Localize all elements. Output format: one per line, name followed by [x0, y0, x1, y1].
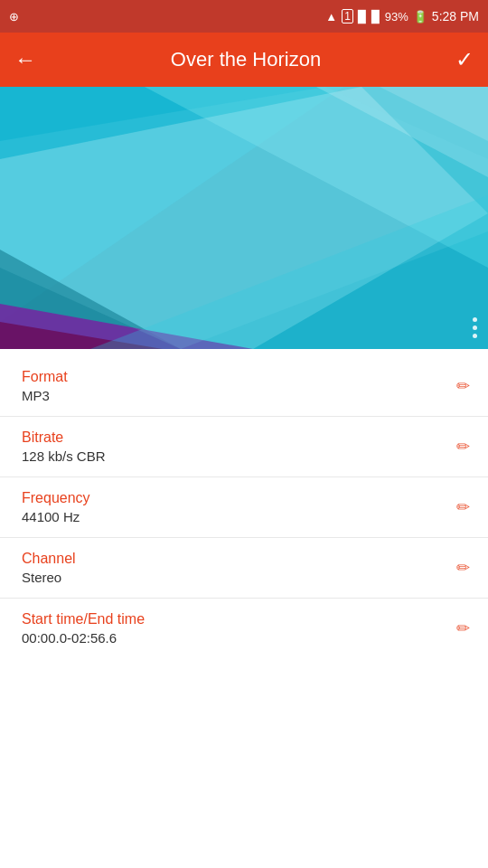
- edit-button-0[interactable]: ✏: [456, 376, 470, 396]
- status-bar-left: ⊕: [9, 10, 19, 24]
- app-bar-title: Over the Horizon: [171, 48, 321, 71]
- info-content-1: Bitrate 128 kb/s CBR: [22, 429, 106, 464]
- info-value-4: 00:00.0-02:56.6: [22, 630, 145, 646]
- info-content-2: Frequency 44100 Hz: [22, 490, 90, 524]
- status-bar-right: ▲ 1 ▉ ▉ 93% 🔋 5:28 PM: [325, 9, 479, 24]
- info-value-1: 128 kb/s CBR: [22, 448, 106, 464]
- more-options-button[interactable]: [473, 317, 477, 338]
- info-item-2: Frequency 44100 Hz ✏: [0, 477, 488, 538]
- info-item-0: Format MP3 ✏: [0, 356, 488, 417]
- info-label-1: Bitrate: [22, 429, 106, 446]
- info-label-2: Frequency: [22, 490, 90, 506]
- edit-button-3[interactable]: ✏: [456, 558, 470, 578]
- album-art-svg: [0, 87, 488, 349]
- info-item-4: Start time/End time 00:00.0-02:56.6 ✏: [0, 599, 488, 658]
- dot3: [473, 334, 477, 338]
- dot2: [473, 326, 477, 330]
- signal-bars-icon: ▉: [358, 10, 367, 24]
- info-content-3: Channel Stereo: [22, 551, 76, 585]
- info-item-3: Channel Stereo ✏: [0, 538, 488, 599]
- info-label-4: Start time/End time: [22, 611, 145, 627]
- app-bar: ← Over the Horizon ✓: [0, 33, 488, 87]
- info-item-1: Bitrate 128 kb/s CBR ✏: [0, 417, 488, 477]
- wechat-icon: ⊕: [9, 10, 19, 24]
- sim1-icon: 1: [342, 9, 353, 24]
- info-list: Format MP3 ✏ Bitrate 128 kb/s CBR ✏ Freq…: [0, 349, 488, 665]
- battery-icon: 🔋: [413, 10, 427, 24]
- info-value-0: MP3: [22, 388, 68, 403]
- battery-percent: 93%: [385, 10, 408, 24]
- dot1: [473, 317, 477, 322]
- back-button[interactable]: ←: [14, 47, 36, 72]
- info-content-0: Format MP3: [22, 369, 68, 403]
- info-label-3: Channel: [22, 551, 76, 567]
- info-value-2: 44100 Hz: [22, 509, 90, 524]
- edit-button-2[interactable]: ✏: [456, 497, 470, 517]
- signal-bars2-icon: ▉: [371, 10, 380, 24]
- album-art: [0, 87, 488, 349]
- confirm-button[interactable]: ✓: [455, 47, 474, 72]
- info-label-0: Format: [22, 369, 68, 385]
- status-time: 5:28 PM: [432, 9, 479, 24]
- info-value-3: Stereo: [22, 570, 76, 585]
- status-bar: ⊕ ▲ 1 ▉ ▉ 93% 🔋 5:28 PM: [0, 0, 488, 33]
- info-content-4: Start time/End time 00:00.0-02:56.6: [22, 611, 145, 646]
- edit-button-4[interactable]: ✏: [456, 618, 470, 638]
- edit-button-1[interactable]: ✏: [456, 437, 470, 457]
- wifi-icon: ▲: [325, 10, 337, 24]
